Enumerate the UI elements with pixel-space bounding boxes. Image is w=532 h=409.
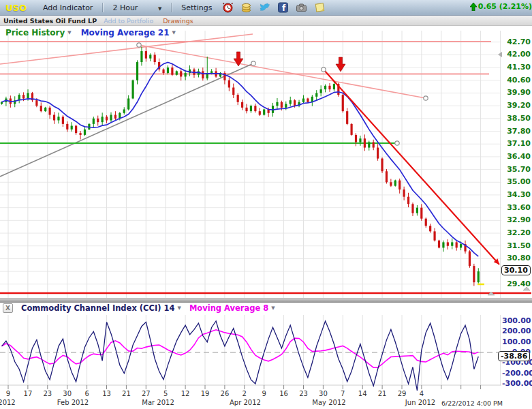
month-label: Feb 2012 — [51, 399, 95, 406]
day-tick-label: 14 — [355, 390, 370, 397]
last-update-timestamp: 6/22/2012 4:00 PM — [441, 399, 503, 407]
cci-axis-label: 300.00 — [502, 316, 531, 325]
month-label: 2012 — [0, 399, 29, 406]
chevron-down-icon[interactable]: ▼ — [177, 305, 181, 311]
price-axis-label: 29.40 — [502, 279, 531, 288]
day-tick-label: 29 — [394, 390, 409, 397]
last-price-badge: 30.10 — [501, 265, 531, 275]
price-history-dropdown[interactable]: Price History — [5, 28, 65, 37]
day-tick-label: 9 — [1, 390, 16, 397]
price-axis-label: 30.80 — [502, 254, 531, 262]
freestockcharts-app: USO Add Indicator 2 Hour ▼ Settings f 0.… — [0, 0, 532, 409]
price-axis-label: 34.30 — [502, 190, 531, 199]
day-tick-label: 5 — [158, 390, 173, 397]
cci-dropdown[interactable]: Commodity Channel Index (CCI) 14 — [21, 303, 174, 313]
price-axis-label: 31.50 — [502, 241, 531, 250]
day-tick-label: 27 — [138, 390, 153, 397]
chevron-down-icon[interactable]: ▼ — [67, 30, 71, 35]
price-axis-label: 37.80 — [502, 127, 531, 136]
day-tick-label: 26 — [217, 390, 232, 397]
day-tick-label: 21 — [119, 390, 134, 397]
cci-ma-dropdown[interactable]: Moving Average 8 — [189, 303, 268, 313]
day-tick-label: 6 — [80, 390, 95, 397]
day-tick-label: 9 — [257, 390, 272, 397]
cci-value-badge: -38.86 — [498, 351, 530, 361]
price-axis-label: 32.20 — [502, 228, 531, 237]
day-tick-label: 16 — [277, 390, 292, 397]
day-tick-label: 17 — [20, 390, 35, 397]
month-label: Apr 2012 — [223, 399, 267, 406]
price-axis-label: 33.60 — [502, 203, 531, 212]
day-tick-label: 13 — [99, 390, 114, 397]
month-label: Jun 2012 — [398, 399, 442, 406]
price-axis-label: 36.40 — [502, 152, 531, 161]
cci-axis-label: 200.00 — [502, 327, 531, 335]
price-axis-label: 39.20 — [502, 101, 531, 110]
ma21-dropdown[interactable]: Moving Average 21 — [81, 28, 170, 37]
price-panel-header: Price History ▼ Moving Average 21 ▼ — [5, 28, 176, 37]
price-axis-label: 38.50 — [502, 114, 531, 123]
day-tick-label: 23 — [296, 390, 311, 397]
day-tick-label: 7 — [335, 390, 350, 397]
day-tick-label: 23 — [40, 390, 55, 397]
chevron-down-icon[interactable]: ▼ — [271, 305, 275, 311]
price-axis-label: 35.00 — [502, 177, 531, 186]
day-tick-label: 4 — [414, 390, 429, 397]
cci-axis-label: 100.00 — [502, 337, 531, 346]
cci-axis-label: -300.00 — [502, 379, 531, 388]
month-label: Mar 2012 — [136, 399, 180, 406]
chevron-down-icon[interactable]: ▼ — [172, 30, 176, 35]
day-tick-label: 12 — [178, 390, 193, 397]
price-axis-label: 42.70 — [502, 37, 531, 46]
price-axis-label: 41.30 — [502, 63, 531, 72]
close-indicator-button[interactable]: X — [3, 303, 13, 313]
day-tick-label: 19 — [198, 390, 213, 397]
day-tick-label: 2 — [237, 390, 252, 397]
day-tick-label: 30 — [315, 390, 330, 397]
month-label: May 2012 — [307, 399, 351, 406]
price-axis-label: 39.90 — [502, 88, 531, 97]
price-axis-label: 32.90 — [502, 215, 531, 224]
price-axis-label: 35.70 — [502, 165, 531, 174]
cci-axis-label: -200.00 — [502, 369, 531, 378]
price-axis-label: 37.10 — [502, 139, 531, 148]
chart-canvas[interactable] — [0, 0, 532, 409]
day-tick-label: 21 — [375, 390, 390, 397]
panel-divider[interactable] — [0, 298, 532, 303]
price-axis-label: 40.60 — [502, 76, 531, 85]
price-axis-label: 42.00 — [502, 50, 531, 59]
cci-panel-header: X Commodity Channel Index (CCI) 14 ▼ Mov… — [3, 303, 275, 313]
day-tick-label: 30 — [60, 390, 75, 397]
